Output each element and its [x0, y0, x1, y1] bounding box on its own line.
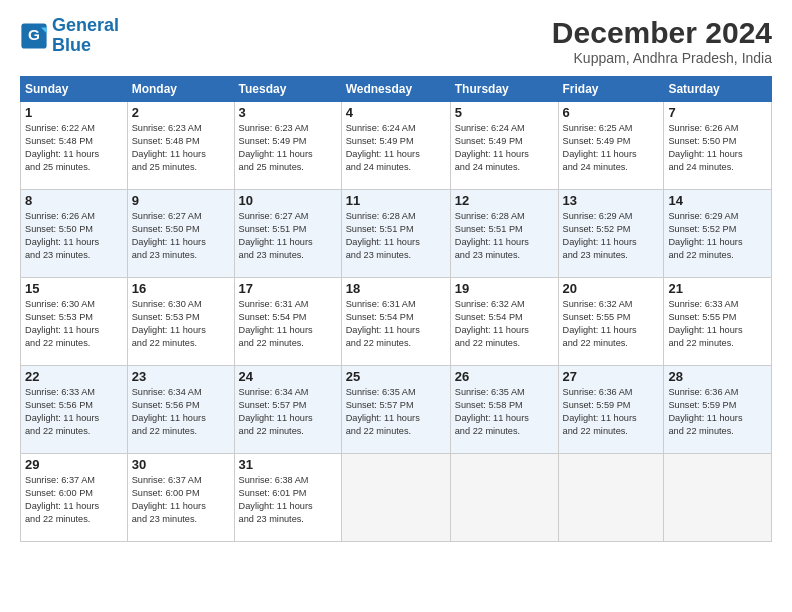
col-saturday: Saturday [664, 77, 772, 102]
day-info: Sunrise: 6:37 AM Sunset: 6:00 PM Dayligh… [132, 474, 230, 526]
day-info: Sunrise: 6:26 AM Sunset: 5:50 PM Dayligh… [668, 122, 767, 174]
logo-icon: G [20, 22, 48, 50]
day-info: Sunrise: 6:29 AM Sunset: 5:52 PM Dayligh… [563, 210, 660, 262]
day-number: 17 [239, 281, 337, 296]
table-cell: 7Sunrise: 6:26 AM Sunset: 5:50 PM Daylig… [664, 102, 772, 190]
col-friday: Friday [558, 77, 664, 102]
day-info: Sunrise: 6:32 AM Sunset: 5:54 PM Dayligh… [455, 298, 554, 350]
logo-text: General Blue [52, 16, 119, 56]
day-number: 12 [455, 193, 554, 208]
table-cell [450, 454, 558, 542]
table-cell: 13Sunrise: 6:29 AM Sunset: 5:52 PM Dayli… [558, 190, 664, 278]
table-cell: 6Sunrise: 6:25 AM Sunset: 5:49 PM Daylig… [558, 102, 664, 190]
day-number: 2 [132, 105, 230, 120]
table-cell: 10Sunrise: 6:27 AM Sunset: 5:51 PM Dayli… [234, 190, 341, 278]
day-number: 22 [25, 369, 123, 384]
day-number: 7 [668, 105, 767, 120]
day-info: Sunrise: 6:33 AM Sunset: 5:56 PM Dayligh… [25, 386, 123, 438]
day-number: 19 [455, 281, 554, 296]
svg-text:G: G [28, 26, 40, 43]
table-cell: 19Sunrise: 6:32 AM Sunset: 5:54 PM Dayli… [450, 278, 558, 366]
day-info: Sunrise: 6:23 AM Sunset: 5:48 PM Dayligh… [132, 122, 230, 174]
day-number: 4 [346, 105, 446, 120]
header: G General Blue December 2024 Kuppam, And… [20, 16, 772, 66]
table-cell [664, 454, 772, 542]
day-info: Sunrise: 6:24 AM Sunset: 5:49 PM Dayligh… [346, 122, 446, 174]
day-number: 1 [25, 105, 123, 120]
day-info: Sunrise: 6:33 AM Sunset: 5:55 PM Dayligh… [668, 298, 767, 350]
subtitle: Kuppam, Andhra Pradesh, India [552, 50, 772, 66]
week-row-4: 22Sunrise: 6:33 AM Sunset: 5:56 PM Dayli… [21, 366, 772, 454]
table-cell [558, 454, 664, 542]
day-info: Sunrise: 6:38 AM Sunset: 6:01 PM Dayligh… [239, 474, 337, 526]
table-cell: 17Sunrise: 6:31 AM Sunset: 5:54 PM Dayli… [234, 278, 341, 366]
table-cell: 22Sunrise: 6:33 AM Sunset: 5:56 PM Dayli… [21, 366, 128, 454]
day-info: Sunrise: 6:26 AM Sunset: 5:50 PM Dayligh… [25, 210, 123, 262]
table-cell [341, 454, 450, 542]
table-cell: 8Sunrise: 6:26 AM Sunset: 5:50 PM Daylig… [21, 190, 128, 278]
day-info: Sunrise: 6:31 AM Sunset: 5:54 PM Dayligh… [346, 298, 446, 350]
day-info: Sunrise: 6:29 AM Sunset: 5:52 PM Dayligh… [668, 210, 767, 262]
table-cell: 25Sunrise: 6:35 AM Sunset: 5:57 PM Dayli… [341, 366, 450, 454]
col-tuesday: Tuesday [234, 77, 341, 102]
day-number: 8 [25, 193, 123, 208]
table-cell: 11Sunrise: 6:28 AM Sunset: 5:51 PM Dayli… [341, 190, 450, 278]
day-info: Sunrise: 6:36 AM Sunset: 5:59 PM Dayligh… [668, 386, 767, 438]
week-row-3: 15Sunrise: 6:30 AM Sunset: 5:53 PM Dayli… [21, 278, 772, 366]
table-cell: 29Sunrise: 6:37 AM Sunset: 6:00 PM Dayli… [21, 454, 128, 542]
day-number: 30 [132, 457, 230, 472]
table-cell: 26Sunrise: 6:35 AM Sunset: 5:58 PM Dayli… [450, 366, 558, 454]
day-number: 31 [239, 457, 337, 472]
col-sunday: Sunday [21, 77, 128, 102]
table-cell: 15Sunrise: 6:30 AM Sunset: 5:53 PM Dayli… [21, 278, 128, 366]
day-info: Sunrise: 6:28 AM Sunset: 5:51 PM Dayligh… [455, 210, 554, 262]
day-info: Sunrise: 6:35 AM Sunset: 5:58 PM Dayligh… [455, 386, 554, 438]
table-cell: 4Sunrise: 6:24 AM Sunset: 5:49 PM Daylig… [341, 102, 450, 190]
day-info: Sunrise: 6:27 AM Sunset: 5:51 PM Dayligh… [239, 210, 337, 262]
table-cell: 21Sunrise: 6:33 AM Sunset: 5:55 PM Dayli… [664, 278, 772, 366]
logo-line2: Blue [52, 35, 91, 55]
table-cell: 9Sunrise: 6:27 AM Sunset: 5:50 PM Daylig… [127, 190, 234, 278]
day-info: Sunrise: 6:27 AM Sunset: 5:50 PM Dayligh… [132, 210, 230, 262]
day-info: Sunrise: 6:24 AM Sunset: 5:49 PM Dayligh… [455, 122, 554, 174]
day-number: 23 [132, 369, 230, 384]
day-info: Sunrise: 6:28 AM Sunset: 5:51 PM Dayligh… [346, 210, 446, 262]
day-number: 5 [455, 105, 554, 120]
day-info: Sunrise: 6:30 AM Sunset: 5:53 PM Dayligh… [132, 298, 230, 350]
day-number: 27 [563, 369, 660, 384]
day-info: Sunrise: 6:34 AM Sunset: 5:57 PM Dayligh… [239, 386, 337, 438]
week-row-5: 29Sunrise: 6:37 AM Sunset: 6:00 PM Dayli… [21, 454, 772, 542]
day-info: Sunrise: 6:30 AM Sunset: 5:53 PM Dayligh… [25, 298, 123, 350]
table-cell: 27Sunrise: 6:36 AM Sunset: 5:59 PM Dayli… [558, 366, 664, 454]
table-cell: 18Sunrise: 6:31 AM Sunset: 5:54 PM Dayli… [341, 278, 450, 366]
table-cell: 28Sunrise: 6:36 AM Sunset: 5:59 PM Dayli… [664, 366, 772, 454]
table-cell: 16Sunrise: 6:30 AM Sunset: 5:53 PM Dayli… [127, 278, 234, 366]
day-number: 29 [25, 457, 123, 472]
table-cell: 30Sunrise: 6:37 AM Sunset: 6:00 PM Dayli… [127, 454, 234, 542]
table-cell: 3Sunrise: 6:23 AM Sunset: 5:49 PM Daylig… [234, 102, 341, 190]
day-number: 9 [132, 193, 230, 208]
day-number: 10 [239, 193, 337, 208]
day-number: 6 [563, 105, 660, 120]
day-number: 20 [563, 281, 660, 296]
day-number: 24 [239, 369, 337, 384]
calendar: Sunday Monday Tuesday Wednesday Thursday… [20, 76, 772, 542]
table-cell: 12Sunrise: 6:28 AM Sunset: 5:51 PM Dayli… [450, 190, 558, 278]
logo: G General Blue [20, 16, 119, 56]
day-info: Sunrise: 6:22 AM Sunset: 5:48 PM Dayligh… [25, 122, 123, 174]
table-cell: 24Sunrise: 6:34 AM Sunset: 5:57 PM Dayli… [234, 366, 341, 454]
col-thursday: Thursday [450, 77, 558, 102]
day-number: 21 [668, 281, 767, 296]
calendar-header-row: Sunday Monday Tuesday Wednesday Thursday… [21, 77, 772, 102]
table-cell: 2Sunrise: 6:23 AM Sunset: 5:48 PM Daylig… [127, 102, 234, 190]
table-cell: 14Sunrise: 6:29 AM Sunset: 5:52 PM Dayli… [664, 190, 772, 278]
day-number: 14 [668, 193, 767, 208]
day-info: Sunrise: 6:23 AM Sunset: 5:49 PM Dayligh… [239, 122, 337, 174]
table-cell: 20Sunrise: 6:32 AM Sunset: 5:55 PM Dayli… [558, 278, 664, 366]
day-number: 11 [346, 193, 446, 208]
table-cell: 1Sunrise: 6:22 AM Sunset: 5:48 PM Daylig… [21, 102, 128, 190]
day-info: Sunrise: 6:35 AM Sunset: 5:57 PM Dayligh… [346, 386, 446, 438]
day-number: 28 [668, 369, 767, 384]
day-number: 18 [346, 281, 446, 296]
day-number: 3 [239, 105, 337, 120]
